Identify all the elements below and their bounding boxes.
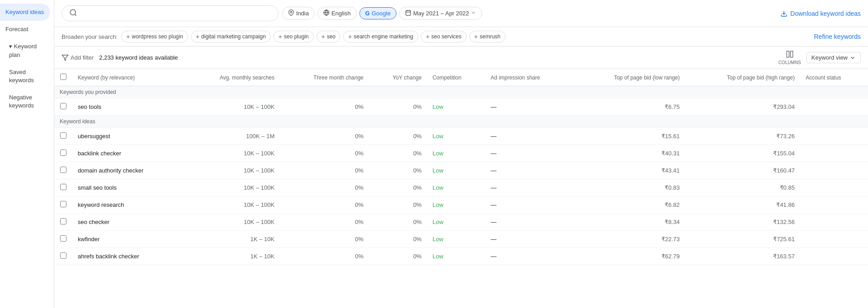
broaden-pill-digital-marketing-campaign[interactable]: +digital marketing campaign bbox=[191, 31, 271, 42]
cell-monthly: 100K – 1M bbox=[184, 128, 280, 145]
row-checkbox[interactable] bbox=[60, 103, 66, 109]
download-keyword-ideas-button[interactable]: Download keyword ideas bbox=[780, 10, 861, 17]
select-all-checkbox[interactable] bbox=[60, 74, 66, 80]
cell-impression: — bbox=[485, 231, 573, 248]
cell-monthly: 1K – 10K bbox=[184, 231, 280, 248]
svg-point-2 bbox=[290, 11, 292, 13]
cell-three_month: 0% bbox=[280, 196, 369, 214]
refine-keywords-button[interactable]: Refine keywords bbox=[814, 33, 861, 40]
broaden-pill-seo-plugin[interactable]: +seo plugin bbox=[274, 31, 314, 42]
broaden-pill-search-engine-marketing[interactable]: +search engine marketing bbox=[343, 31, 418, 42]
view-label: Keyword view bbox=[811, 54, 848, 61]
competition-low: Low bbox=[433, 167, 443, 174]
filter-pill-google[interactable]: GGoogle bbox=[359, 7, 396, 19]
search-input[interactable]: SEO Tools bbox=[81, 10, 271, 17]
search-box: SEO Tools bbox=[61, 5, 278, 21]
row-checkbox-cell bbox=[54, 145, 72, 162]
row-checkbox[interactable] bbox=[60, 167, 66, 173]
competition-low: Low bbox=[433, 219, 443, 225]
keyword-table-container: Keyword (by relevance)Avg. monthly searc… bbox=[54, 69, 868, 308]
cell-monthly: 10K – 100K bbox=[184, 98, 280, 116]
cell-bid_high: ₹160.47 bbox=[685, 162, 800, 179]
filter-pill-english[interactable]: English bbox=[317, 7, 357, 20]
row-checkbox[interactable] bbox=[60, 132, 66, 139]
row-checkbox[interactable] bbox=[60, 201, 66, 207]
cell-account_status bbox=[800, 162, 868, 179]
cell-yoy: 0% bbox=[369, 248, 427, 265]
row-checkbox[interactable] bbox=[60, 252, 66, 259]
cell-keyword: kwfinder bbox=[72, 231, 184, 248]
sidebar-item-forecast[interactable]: Forecast bbox=[0, 21, 50, 38]
cell-keyword: ubersuggest bbox=[72, 128, 184, 145]
table-row: keyword research10K – 100K0%0%Low—₹6.82₹… bbox=[54, 196, 868, 214]
cell-account_status bbox=[800, 248, 868, 265]
main-content: SEO Tools IndiaEnglishGGoogleMay 2021 – … bbox=[54, 0, 868, 308]
cell-bid_high: ₹132.56 bbox=[685, 214, 800, 231]
columns-label: COLUMNS bbox=[778, 60, 801, 65]
table-row: ahrefs backlink checker1K – 10K0%0%Low—₹… bbox=[54, 248, 868, 265]
col-header-competition: Competition bbox=[427, 69, 486, 86]
cell-competition: Low bbox=[427, 98, 486, 116]
broaden-pill-seo[interactable]: +seo bbox=[316, 31, 341, 42]
cell-bid_low: ₹8.34 bbox=[573, 214, 685, 231]
cell-impression: — bbox=[485, 98, 573, 116]
cell-impression: — bbox=[485, 179, 573, 196]
sidebar-item-keyword-ideas[interactable]: Keyword ideas bbox=[0, 4, 50, 21]
table-row: domain authority checker10K – 100K0%0%Lo… bbox=[54, 162, 868, 179]
cell-monthly: 10K – 100K bbox=[184, 196, 280, 214]
cell-competition: Low bbox=[427, 248, 486, 265]
competition-low: Low bbox=[433, 184, 443, 191]
competition-low: Low bbox=[433, 236, 443, 243]
col-header-three_month: Three month change bbox=[280, 69, 369, 86]
cell-bid_high: ₹41.86 bbox=[685, 196, 800, 214]
cell-competition: Low bbox=[427, 196, 486, 214]
table-row: backlink checker10K – 100K0%0%Low—₹40.31… bbox=[54, 145, 868, 162]
plus-icon: + bbox=[474, 33, 478, 40]
filter-label: English bbox=[331, 10, 351, 17]
cell-bid_low: ₹62.79 bbox=[573, 248, 685, 265]
filter-pill-india[interactable]: India bbox=[282, 7, 315, 20]
row-checkbox-cell bbox=[54, 98, 72, 116]
cell-account_status bbox=[800, 145, 868, 162]
columns-button[interactable]: COLUMNS bbox=[778, 50, 801, 65]
plus-icon: + bbox=[348, 33, 352, 40]
cell-yoy: 0% bbox=[369, 145, 427, 162]
filter-label: Google bbox=[372, 10, 391, 17]
cell-competition: Low bbox=[427, 231, 486, 248]
row-checkbox[interactable] bbox=[60, 218, 66, 224]
cell-monthly: 10K – 100K bbox=[184, 145, 280, 162]
cell-bid_low: ₹0.83 bbox=[573, 179, 685, 196]
broaden-pill-wordpress-seo-plugin[interactable]: +wordpress seo plugin bbox=[121, 31, 188, 42]
svg-marker-10 bbox=[62, 55, 68, 61]
competition-low: Low bbox=[433, 133, 443, 140]
plus-icon: + bbox=[426, 33, 429, 40]
sidebar-item-saved-keywords[interactable]: Saved keywords bbox=[0, 64, 50, 89]
row-checkbox[interactable] bbox=[60, 149, 66, 156]
filter-label: India bbox=[296, 10, 309, 17]
col-header-yoy: YoY change bbox=[369, 69, 427, 86]
broaden-pill-seo-services[interactable]: +seo services bbox=[421, 31, 467, 42]
location-icon bbox=[288, 9, 294, 17]
cell-bid_low: ₹15.61 bbox=[573, 128, 685, 145]
cell-three_month: 0% bbox=[280, 231, 369, 248]
svg-rect-5 bbox=[406, 10, 411, 15]
col-header-bid_low: Top of page bid (low range) bbox=[573, 69, 685, 86]
cell-account_status bbox=[800, 128, 868, 145]
col-header-impression: Ad impression share bbox=[485, 69, 573, 86]
broaden-pill-semrush[interactable]: +semrush bbox=[469, 31, 505, 42]
col-header-monthly: Avg. monthly searches bbox=[184, 69, 280, 86]
cell-keyword: keyword research bbox=[72, 196, 184, 214]
cell-bid_high: ₹155.04 bbox=[685, 145, 800, 162]
cell-impression: — bbox=[485, 214, 573, 231]
filter-pill-date[interactable]: May 2021 – Apr 2022 bbox=[399, 7, 482, 20]
sidebar-item-negative-keywords[interactable]: Negative keywords bbox=[0, 89, 50, 114]
sidebar-item-keyword-plan[interactable]: ▾ Keyword plan bbox=[0, 38, 50, 63]
cell-competition: Low bbox=[427, 214, 486, 231]
row-checkbox[interactable] bbox=[60, 235, 66, 242]
cell-three_month: 0% bbox=[280, 248, 369, 265]
section-header: Keyword ideas bbox=[54, 116, 868, 128]
keyword-view-selector[interactable]: Keyword view bbox=[807, 52, 861, 63]
add-filter-button[interactable]: Add filter bbox=[61, 54, 94, 61]
row-checkbox[interactable] bbox=[60, 184, 66, 190]
select-all-header bbox=[54, 69, 72, 86]
